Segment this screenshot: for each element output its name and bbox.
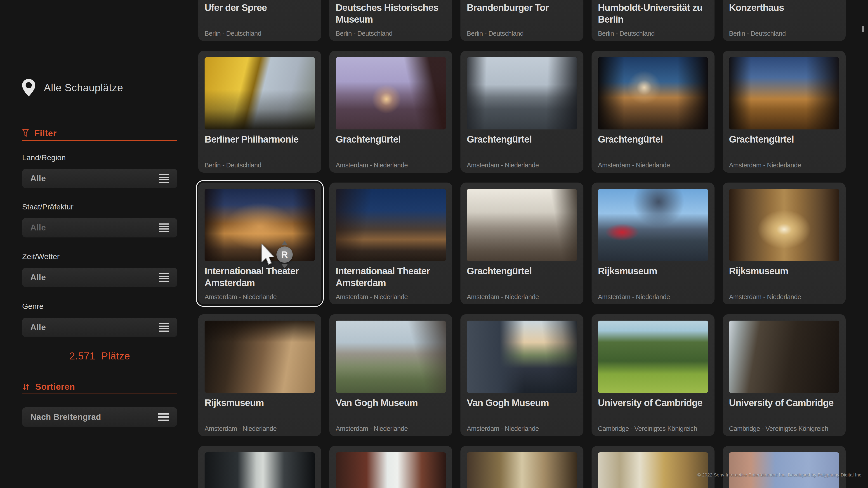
location-title: Van Gogh Museum xyxy=(336,397,447,409)
location-subtitle: Amsterdam - Niederlande xyxy=(336,162,447,169)
location-card[interactable]: Van Gogh MuseumAmsterdam - Niederlande xyxy=(460,314,583,436)
filter-label-region: Land/Region xyxy=(22,153,177,162)
location-subtitle: Amsterdam - Niederlande xyxy=(467,293,578,301)
location-thumbnail xyxy=(729,57,839,129)
location-subtitle: Berlin - Deutschland xyxy=(598,30,709,37)
location-subtitle: Berlin - Deutschland xyxy=(729,30,840,37)
weather-dropdown[interactable]: Alle xyxy=(22,268,177,287)
location-thumbnail xyxy=(205,321,315,393)
location-card-selected[interactable]: Internationaal Theater AmsterdamAmsterda… xyxy=(198,183,321,304)
location-card[interactable] xyxy=(329,446,452,488)
location-thumbnail xyxy=(336,452,446,488)
filter-heading: Filter xyxy=(34,128,57,138)
right-stick-scroll-hint: R xyxy=(276,241,293,268)
location-card[interactable]: GrachtengürtelAmsterdam - Niederlande xyxy=(329,51,452,173)
location-card[interactable] xyxy=(592,446,715,488)
location-card[interactable]: GrachtengürtelAmsterdam - Niederlande xyxy=(723,51,846,173)
location-card[interactable]: Berliner PhilharmonieBerlin - Deutschlan… xyxy=(198,51,321,173)
location-title: University of Cambridge xyxy=(729,397,840,409)
location-title: Grachtengürtel xyxy=(467,133,578,145)
result-count-label: Plätze xyxy=(101,350,130,362)
location-thumbnail xyxy=(336,189,446,261)
location-card[interactable]: Ufer der SpreeBerlin - Deutschland xyxy=(198,0,321,41)
location-title: Ufer der Spree xyxy=(205,2,316,13)
page-header: Alle Schauplätze xyxy=(22,78,177,97)
location-subtitle: Berlin - Deutschland xyxy=(467,30,578,37)
location-subtitle: Amsterdam - Niederlande xyxy=(336,293,447,301)
location-title: Rijksmuseum xyxy=(205,397,316,409)
location-card[interactable] xyxy=(723,446,846,488)
filter-label-genre: Genre xyxy=(22,302,177,311)
map-pin-icon xyxy=(22,78,35,97)
location-subtitle: Cambridge - Vereinigtes Königreich xyxy=(729,425,840,432)
location-card[interactable]: Internationaal Theater AmsterdamAmsterda… xyxy=(329,183,452,304)
location-subtitle: Amsterdam - Niederlande xyxy=(336,425,447,432)
location-thumbnail xyxy=(729,452,839,488)
location-title: Humboldt-Universität zu Berlin xyxy=(598,2,709,25)
location-card[interactable]: Deutsches Historisches MuseumBerlin - De… xyxy=(329,0,452,41)
location-title: Grachtengürtel xyxy=(729,133,840,145)
location-thumbnail xyxy=(467,189,577,261)
location-card[interactable]: KonzerthausBerlin - Deutschland xyxy=(723,0,846,41)
location-title: Rijksmuseum xyxy=(598,265,709,277)
funnel-icon xyxy=(22,129,29,138)
location-card[interactable]: University of CambridgeCambridge - Verei… xyxy=(592,314,715,436)
filter-section-header: Filter xyxy=(22,128,177,138)
location-card[interactable]: RijksmuseumAmsterdam - Niederlande xyxy=(198,314,321,436)
location-thumbnail xyxy=(205,452,315,488)
location-card[interactable] xyxy=(460,446,583,488)
location-subtitle: Amsterdam - Niederlande xyxy=(598,293,709,301)
location-card[interactable]: Humboldt-Universität zu BerlinBerlin - D… xyxy=(592,0,715,41)
sort-dropdown-value: Nach Breitengrad xyxy=(30,412,101,422)
location-title: Berliner Philharmonie xyxy=(205,133,316,145)
location-thumbnail xyxy=(467,57,577,129)
location-card[interactable]: RijksmuseumAmsterdam - Niederlande xyxy=(723,183,846,304)
location-thumbnail xyxy=(598,57,708,129)
location-card[interactable]: RijksmuseumAmsterdam - Niederlande xyxy=(592,183,715,304)
location-subtitle: Amsterdam - Niederlande xyxy=(205,293,316,301)
menu-lines-icon xyxy=(159,223,169,232)
location-card[interactable] xyxy=(198,446,321,488)
filter-divider xyxy=(22,140,177,141)
location-card[interactable]: GrachtengürtelAmsterdam - Niederlande xyxy=(460,183,583,304)
location-subtitle: Amsterdam - Niederlande xyxy=(729,162,840,169)
location-card[interactable]: Van Gogh MuseumAmsterdam - Niederlande xyxy=(329,314,452,436)
location-title: Brandenburger Tor xyxy=(467,2,578,13)
right-stick-badge: R xyxy=(276,247,293,263)
genre-dropdown-value: Alle xyxy=(30,323,46,332)
location-subtitle: Amsterdam - Niederlande xyxy=(205,425,316,432)
location-subtitle: Cambridge - Vereinigtes Königreich xyxy=(598,425,709,432)
scrollbar-thumb[interactable] xyxy=(862,26,864,32)
sort-arrows-icon xyxy=(22,383,30,391)
menu-lines-icon xyxy=(158,413,169,421)
sort-heading: Sortieren xyxy=(35,382,75,392)
result-count: 2.571Plätze xyxy=(22,350,177,362)
page-title: Alle Schauplätze xyxy=(44,82,123,94)
location-card[interactable]: GrachtengürtelAmsterdam - Niederlande xyxy=(460,51,583,173)
sort-dropdown[interactable]: Nach Breitengrad xyxy=(22,408,177,427)
sort-divider xyxy=(22,394,177,394)
location-title: Konzerthaus xyxy=(729,2,840,13)
location-thumbnail xyxy=(598,189,708,261)
location-card[interactable]: GrachtengürtelAmsterdam - Niederlande xyxy=(592,51,715,173)
genre-dropdown[interactable]: Alle xyxy=(22,318,177,337)
location-title: Grachtengürtel xyxy=(598,133,709,145)
location-thumbnail xyxy=(598,452,708,488)
region-dropdown[interactable]: Alle xyxy=(22,169,177,188)
location-card[interactable]: Brandenburger TorBerlin - Deutschland xyxy=(460,0,583,41)
menu-lines-icon xyxy=(159,174,169,183)
scapes-location-browser: { "app": { "watermark": "© 2022 Sony Int… xyxy=(0,0,868,488)
state-dropdown-value: Alle xyxy=(30,223,46,232)
location-title: Rijksmuseum xyxy=(729,265,840,277)
filter-label-state: Staat/Präfektur xyxy=(22,202,177,211)
location-subtitle: Amsterdam - Niederlande xyxy=(598,162,709,169)
location-title: Grachtengürtel xyxy=(467,265,578,277)
location-title: Van Gogh Museum xyxy=(467,397,578,409)
menu-lines-icon xyxy=(159,323,169,332)
filter-label-weather: Zeit/Wetter xyxy=(22,252,177,261)
location-card[interactable]: University of CambridgeCambridge - Verei… xyxy=(723,314,846,436)
location-subtitle: Berlin - Deutschland xyxy=(336,30,447,37)
state-dropdown[interactable]: Alle xyxy=(22,218,177,237)
location-title: University of Cambridge xyxy=(598,397,709,409)
location-thumbnail xyxy=(467,452,577,488)
